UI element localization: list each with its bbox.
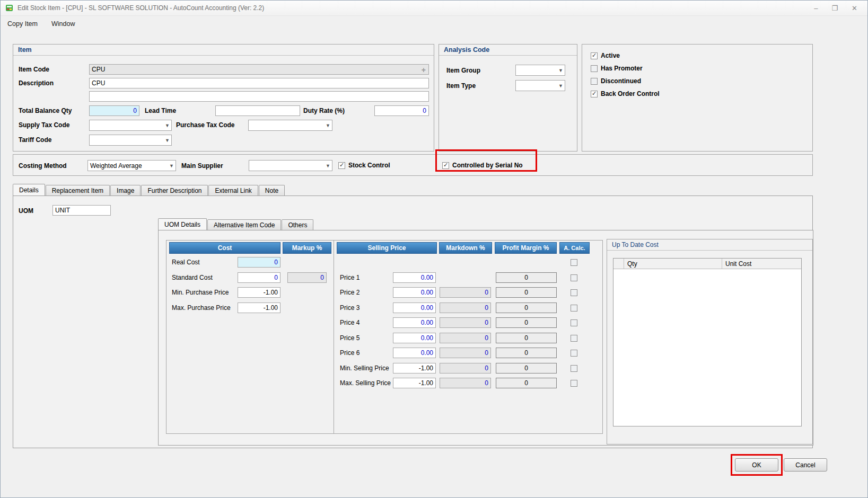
total-balance-qty-field[interactable]: 0 <box>89 105 139 116</box>
price4-acalc-checkbox[interactable] <box>571 319 577 326</box>
max-selling-markdown-field: 0 <box>440 378 491 388</box>
price2-field[interactable]: 0.00 <box>393 287 436 298</box>
maximize-icon[interactable]: ❐ <box>831 4 838 12</box>
panel-divider <box>334 241 334 433</box>
price3-field[interactable]: 0.00 <box>393 303 436 313</box>
price4-markdown-value: 0 <box>485 319 488 326</box>
tab-external-link[interactable]: External Link <box>208 185 258 195</box>
controlled-by-serial-checkbox[interactable] <box>442 162 449 169</box>
price5-acalc-checkbox[interactable] <box>571 335 577 342</box>
costing-method-value: Weighted Average <box>90 162 142 170</box>
total-balance-qty-label: Total Balance Qty <box>19 107 72 114</box>
discontinued-checkbox[interactable] <box>591 78 598 85</box>
duty-rate-field[interactable]: 0 <box>374 105 429 116</box>
cost-header: Cost <box>169 242 280 254</box>
cancel-button[interactable]: Cancel <box>784 458 827 472</box>
has-promoter-checkbox[interactable] <box>591 65 598 72</box>
stock-control-checkbox[interactable] <box>338 162 345 169</box>
standard-cost-field[interactable]: 0 <box>238 272 280 283</box>
description2-field[interactable] <box>89 91 429 102</box>
price6-markdown-field: 0 <box>440 348 491 358</box>
minimize-icon[interactable]: – <box>814 4 818 12</box>
lead-time-field[interactable] <box>215 105 300 116</box>
chevron-down-icon: ▼ <box>165 123 170 128</box>
details-tab-page: UOM UNIT UOM Details Alternative Item Co… <box>13 195 813 448</box>
min-selling-acalc-checkbox[interactable] <box>571 365 577 372</box>
min-purchase-price-label: Min. Purchase Price <box>172 289 229 296</box>
purchase-tax-code-combo[interactable]: ▼ <box>248 120 332 131</box>
profit-margin-header: Profit Margin % <box>495 242 557 254</box>
max-selling-profit-box: 0 <box>496 378 557 388</box>
price5-profit-box: 0 <box>496 333 557 343</box>
description-field[interactable]: CPU <box>89 78 429 88</box>
tab-uom-details[interactable]: UOM Details <box>158 218 207 230</box>
price6-acalc-checkbox[interactable] <box>571 350 577 357</box>
markup-value: 0 <box>320 274 324 281</box>
menu-window[interactable]: Window <box>51 20 75 28</box>
real-cost-field[interactable]: 0 <box>238 257 280 268</box>
detail-tab-strip: Details Replacement Item Image Further D… <box>13 184 285 195</box>
price4-field[interactable]: 0.00 <box>393 317 436 328</box>
tab-details[interactable]: Details <box>13 184 45 195</box>
max-selling-acalc-checkbox[interactable] <box>571 380 577 387</box>
price2-acalc-checkbox[interactable] <box>571 289 577 296</box>
max-selling-price-field[interactable]: -1.00 <box>393 378 436 388</box>
item-group-label: Item Group <box>446 67 480 74</box>
main-supplier-combo[interactable]: ▼ <box>249 160 332 171</box>
supply-tax-code-label: Supply Tax Code <box>19 121 69 129</box>
back-order-control-checkbox[interactable] <box>591 91 598 97</box>
real-cost-value: 0 <box>274 259 278 266</box>
uom-field[interactable]: UNIT <box>52 205 111 216</box>
price3-acalc-checkbox[interactable] <box>571 305 577 312</box>
supply-tax-code-combo[interactable]: ▼ <box>89 120 172 131</box>
menu-copy-item[interactable]: Copy Item <box>7 20 38 28</box>
price1-acalc-checkbox[interactable] <box>571 274 577 281</box>
tab-note[interactable]: Note <box>259 185 285 195</box>
price-panel: Cost Markup % Real Cost 0 Standard Cost … <box>166 240 603 434</box>
up-to-date-cost-table[interactable]: Qty Unit Cost <box>613 258 802 426</box>
min-selling-markdown-field: 0 <box>440 363 491 374</box>
tab-image[interactable]: Image <box>110 185 141 195</box>
analysis-code-groupbox: Analysis Code Item Group ▼ Item Type ▼ <box>439 44 577 152</box>
price6-markdown-value: 0 <box>485 349 488 357</box>
tab-replacement-item[interactable]: Replacement Item <box>46 185 110 195</box>
has-promoter-label[interactable]: Has Promoter <box>601 65 643 72</box>
controlled-by-serial-label[interactable]: Controlled by Serial No <box>452 162 523 169</box>
tab-alternative-item-code[interactable]: Alternative Item Code <box>207 219 281 230</box>
max-purchase-price-field[interactable]: -1.00 <box>238 303 280 313</box>
price6-profit-value: 0 <box>524 349 528 357</box>
item-type-label: Item Type <box>446 82 476 90</box>
item-code-value: CPU <box>92 66 105 73</box>
item-group-combo[interactable]: ▼ <box>515 65 565 76</box>
item-code-field[interactable]: CPU + <box>89 64 429 75</box>
tariff-code-combo[interactable]: ▼ <box>89 135 172 146</box>
min-purchase-price-field[interactable]: -1.00 <box>238 287 280 298</box>
close-icon[interactable]: ✕ <box>852 4 857 12</box>
min-selling-price-value: -1.00 <box>419 364 433 372</box>
active-label[interactable]: Active <box>601 52 620 59</box>
price5-profit-value: 0 <box>524 334 528 342</box>
stock-control-label[interactable]: Stock Control <box>348 162 390 169</box>
a-calc-checkbox-top[interactable] <box>571 259 577 266</box>
standard-cost-value: 0 <box>274 274 278 281</box>
markdown-header: Markdown % <box>439 242 492 254</box>
max-purchase-price-value: -1.00 <box>264 304 278 312</box>
price5-field[interactable]: 0.00 <box>393 333 436 343</box>
discontinued-label[interactable]: Discontinued <box>601 77 641 85</box>
app-window: Edit Stock Item - [CPU] - SL SOFTWARE SO… <box>0 0 868 498</box>
menu-bar: Copy Item Window <box>1 16 867 32</box>
flags-groupbox: Active Has Promoter Discontinued Back Or… <box>582 44 813 152</box>
price6-field[interactable]: 0.00 <box>393 348 436 358</box>
price1-field[interactable]: 0.00 <box>393 272 436 283</box>
back-order-control-label[interactable]: Back Order Control <box>601 90 660 97</box>
tab-further-description[interactable]: Further Description <box>141 185 208 195</box>
ok-button[interactable]: OK <box>735 458 778 472</box>
price6-value: 0.00 <box>421 349 433 357</box>
active-checkbox[interactable] <box>591 52 598 59</box>
min-selling-price-field[interactable]: -1.00 <box>393 363 436 374</box>
tab-others[interactable]: Others <box>282 219 313 230</box>
max-selling-price-label: Max. Selling Price <box>340 379 391 387</box>
costing-method-combo[interactable]: Weighted Average ▼ <box>87 160 176 171</box>
add-icon[interactable]: + <box>422 66 426 74</box>
item-type-combo[interactable]: ▼ <box>515 80 565 91</box>
